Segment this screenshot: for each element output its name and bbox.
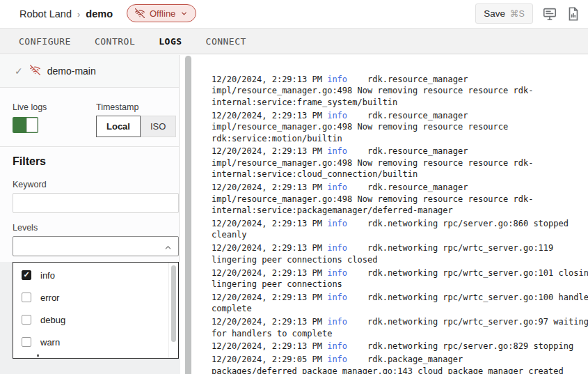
keyword-label: Keyword: [13, 180, 47, 189]
live-logs-label: Live logs: [13, 102, 47, 112]
log-level: info: [327, 219, 347, 228]
live-logs-toggle[interactable]: [13, 117, 38, 133]
filters-title: Filters: [13, 155, 46, 168]
level-option-label: info: [40, 270, 55, 281]
log-level: info: [327, 354, 347, 364]
log-level: info: [327, 146, 347, 156]
part-name: demo-main: [47, 65, 96, 77]
log-level: info: [327, 111, 347, 120]
breadcrumb-separator: ›: [77, 9, 80, 20]
log-level: info: [327, 75, 347, 84]
timestamp-segmented-control: Local ISO: [96, 116, 176, 137]
timestamp-iso-button[interactable]: ISO: [141, 116, 176, 137]
level-option-warn[interactable]: warn: [13, 331, 178, 353]
top-bar: Robot Land › demo Offline Save ⌘S: [0, 0, 588, 28]
log-entry: 12/20/2024, 2:29:13 PM info rdk.networki…: [212, 267, 588, 290]
level-option-error[interactable]: error: [13, 286, 178, 309]
chevron-down-icon: [180, 10, 188, 17]
save-button[interactable]: Save ⌘S: [475, 3, 533, 24]
breadcrumb-org[interactable]: Robot Land: [19, 8, 72, 20]
debug-checkbox[interactable]: [22, 315, 31, 325]
level-option-label: debug: [40, 315, 65, 325]
level-option-label: error: [40, 293, 59, 303]
log-level: info: [327, 317, 347, 327]
levels-dropdown-panel: info error debug warn: [13, 262, 179, 359]
warn-checkbox[interactable]: [22, 337, 31, 347]
log-entry: 12/20/2024, 2:29:13 PM info rdk.resource…: [212, 182, 588, 216]
breadcrumb-machine[interactable]: demo: [86, 8, 113, 20]
log-entry: 12/20/2024, 2:29:13 PM info rdk.resource…: [212, 146, 588, 180]
document-stats-icon[interactable]: [566, 6, 581, 22]
check-icon: ✓: [15, 65, 23, 77]
log-pane: 12/20/2024, 2:29:13 PM info rdk.resource…: [180, 55, 588, 374]
clipped-option-fragment: [37, 354, 39, 357]
offline-status-badge[interactable]: Offline: [127, 4, 196, 22]
breadcrumb: Robot Land › demo: [19, 0, 113, 28]
info-checkbox[interactable]: [22, 270, 31, 280]
save-shortcut: ⌘S: [510, 8, 525, 19]
app-window: Robot Land › demo Offline Save ⌘S: [0, 0, 588, 374]
log-level: info: [327, 243, 347, 253]
toggle-knob: [26, 118, 38, 132]
part-row-demo-main[interactable]: ✓ demo-main: [0, 55, 179, 88]
timestamp-label: Timestamp: [96, 102, 138, 112]
tab-control[interactable]: CONTROL: [95, 36, 135, 47]
wifi-off-icon: [135, 8, 145, 18]
log-entry: 12/20/2024, 2:29:13 PM info rdk.networki…: [212, 316, 588, 339]
tab-bar: CONFIGURE CONTROL LOGS CONNECT: [0, 28, 588, 54]
logs-sidebar: ✓ demo-main Live logs Timestamp Local IS…: [0, 55, 180, 262]
level-option-info[interactable]: info: [13, 264, 178, 286]
levels-select[interactable]: [13, 236, 179, 256]
status-label: Offline: [150, 8, 175, 19]
log-entry: 12/20/2024, 2:29:13 PM info rdk.networki…: [212, 242, 588, 265]
chevron-up-icon: [164, 242, 173, 255]
monitor-icon[interactable]: [542, 6, 557, 22]
log-list: 12/20/2024, 2:29:13 PM info rdk.resource…: [212, 74, 588, 374]
log-entry: 12/20/2024, 2:29:05 PM info rdk.package_…: [212, 354, 588, 374]
tab-connect[interactable]: CONNECT: [206, 36, 246, 47]
log-entry: 12/20/2024, 2:29:13 PM info rdk.resource…: [212, 110, 588, 144]
timestamp-local-button[interactable]: Local: [96, 116, 141, 137]
level-option-label: warn: [40, 337, 60, 348]
dropdown-scrollbar[interactable]: [168, 263, 178, 358]
dropdown-scrollbar-thumb[interactable]: [171, 265, 176, 342]
levels-label: Levels: [13, 223, 38, 233]
log-level: info: [327, 293, 347, 302]
sidebar-divider: [0, 146, 179, 147]
log-entry: 12/20/2024, 2:29:13 PM info rdk.networki…: [212, 218, 588, 241]
log-scrollbar-thumb[interactable]: [185, 56, 191, 374]
log-entry: 12/20/2024, 2:29:13 PM info rdk.networki…: [212, 292, 588, 315]
save-label: Save: [484, 8, 505, 19]
log-entry: 12/20/2024, 2:29:13 PM info rdk.networki…: [212, 341, 588, 352]
tab-logs[interactable]: LOGS: [159, 36, 182, 47]
log-level: info: [327, 268, 347, 278]
log-level: info: [327, 341, 347, 351]
tab-configure[interactable]: CONFIGURE: [19, 36, 71, 47]
log-level: info: [327, 182, 347, 192]
error-checkbox[interactable]: [22, 293, 31, 302]
wifi-off-icon: [30, 65, 40, 78]
level-option-debug[interactable]: debug: [13, 309, 178, 331]
keyword-input[interactable]: [13, 193, 179, 213]
log-entry: 12/20/2024, 2:29:13 PM info rdk.resource…: [212, 74, 588, 108]
